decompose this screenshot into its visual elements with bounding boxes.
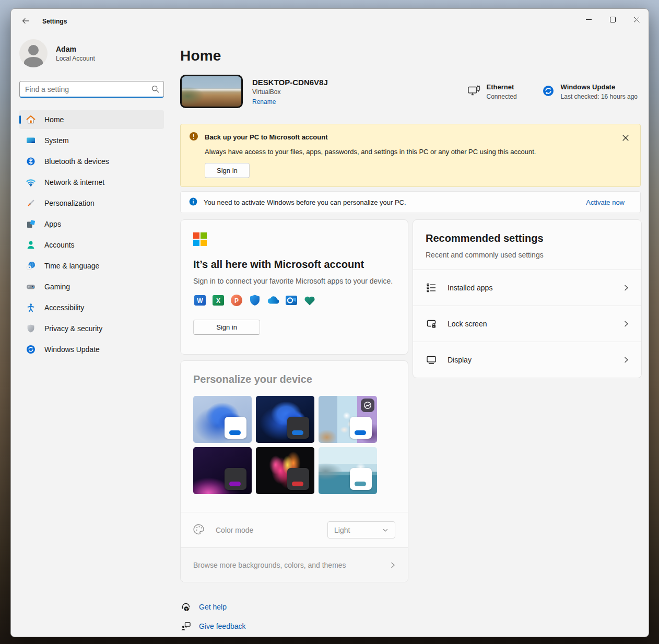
- sidebar: Adam Local Account Home: [11, 34, 180, 637]
- theme-tile-bloom-light[interactable]: [193, 396, 252, 443]
- personalization-icon: [26, 198, 36, 208]
- spotlight-camera-icon: [361, 399, 374, 412]
- windows-update-icon: [26, 344, 36, 355]
- device-name: DESKTOP-CDN6V8J: [252, 78, 328, 87]
- search-icon: [151, 85, 159, 95]
- display-row[interactable]: Display: [413, 342, 641, 378]
- recommended-title: Recommended settings: [426, 232, 629, 244]
- windows-update-subtitle: Last checked: 16 hours ago: [561, 93, 638, 100]
- theme-tile-purple-glow[interactable]: [193, 447, 252, 494]
- windows-update-status-icon: [541, 84, 556, 99]
- browse-themes-row[interactable]: Browse more backgrounds, colors, and the…: [181, 547, 408, 582]
- installed-apps-row[interactable]: Installed apps: [413, 270, 641, 306]
- give-feedback-label: Give feedback: [199, 622, 246, 630]
- personalize-card: Personalize your device: [180, 360, 408, 582]
- gaming-icon: [26, 282, 36, 292]
- device-model: VirtualBox: [252, 88, 328, 96]
- sidebar-item-label: Personalization: [44, 199, 95, 207]
- svg-text:P: P: [234, 297, 239, 305]
- svg-text:?: ?: [185, 607, 188, 612]
- sidebar-nav: Home System Bluetooth & devices: [19, 110, 164, 359]
- activation-message: You need to activate Windows before you …: [204, 198, 406, 206]
- back-button[interactable]: [17, 13, 34, 30]
- sidebar-item-label: Bluetooth & devices: [44, 157, 109, 166]
- word-icon: W: [193, 294, 207, 307]
- maximize-button[interactable]: [601, 9, 625, 30]
- titlebar: Settings: [11, 9, 649, 34]
- microsoft-logo: [193, 232, 395, 246]
- get-help-link[interactable]: ? Get help: [180, 601, 227, 613]
- avatar: [19, 39, 48, 67]
- get-help-label: Get help: [199, 603, 227, 611]
- theme-tile-bloom-dark[interactable]: [256, 396, 314, 443]
- sidebar-item-home[interactable]: Home: [19, 110, 164, 129]
- sidebar-item-time-language[interactable]: Time & language: [19, 256, 164, 275]
- sidebar-item-personalization[interactable]: Personalization: [19, 194, 164, 213]
- palette-icon: [193, 523, 205, 537]
- color-mode-row: Color mode Light: [181, 512, 408, 547]
- ms-card-title: It’s all here with Microsoft account: [193, 259, 395, 271]
- sidebar-item-accessibility[interactable]: Accessibility: [19, 298, 164, 317]
- theme-tiles: [193, 396, 395, 494]
- close-button[interactable]: [625, 9, 649, 30]
- svg-text:X: X: [216, 297, 220, 305]
- ms-sign-in-button[interactable]: Sign in: [193, 320, 260, 335]
- sidebar-item-label: Home: [44, 115, 64, 124]
- sidebar-item-accounts[interactable]: Accounts: [19, 236, 164, 254]
- backup-banner-description: Always have access to your files, apps, …: [205, 148, 632, 156]
- sidebar-item-network[interactable]: Network & internet: [19, 173, 164, 192]
- theme-tile-spotlight-collage[interactable]: [319, 396, 377, 443]
- ethernet-title: Ethernet: [487, 83, 517, 91]
- recommended-settings-card: Recommended settings Recent and commonly…: [413, 219, 642, 378]
- footer-links: ? Get help Give feedback: [180, 601, 641, 632]
- lock-screen-row[interactable]: Lock screen: [413, 306, 641, 342]
- sidebar-item-gaming[interactable]: Gaming: [19, 277, 164, 296]
- sidebar-item-label: Accounts: [44, 241, 75, 249]
- feedback-icon: [180, 620, 192, 632]
- ethernet-status[interactable]: Ethernet Connected: [467, 83, 517, 100]
- rename-link[interactable]: Rename: [252, 98, 276, 106]
- theme-tile-abstract-flower[interactable]: [256, 447, 314, 494]
- sidebar-item-label: Time & language: [44, 262, 99, 270]
- sidebar-item-label: Privacy & security: [44, 324, 102, 333]
- display-icon: [426, 354, 437, 366]
- give-feedback-link[interactable]: Give feedback: [180, 620, 246, 632]
- color-mode-value: Light: [334, 526, 350, 534]
- sidebar-item-privacy-security[interactable]: Privacy & security: [19, 319, 164, 338]
- sidebar-item-system[interactable]: System: [19, 131, 164, 150]
- chevron-right-icon: [622, 320, 630, 327]
- warning-icon: [189, 132, 198, 143]
- browse-themes-label: Browse more backgrounds, colors, and the…: [193, 561, 346, 569]
- chevron-right-icon: [389, 561, 396, 569]
- home-icon: [26, 114, 36, 125]
- minimize-button[interactable]: [576, 9, 601, 30]
- back-arrow-icon: [21, 17, 30, 27]
- installed-apps-label: Installed apps: [448, 284, 492, 292]
- activate-now-link[interactable]: Activate now: [586, 198, 625, 206]
- defender-icon: [248, 294, 262, 307]
- apps-icon: [26, 219, 36, 229]
- windows-update-status[interactable]: Windows Update Last checked: 16 hours ag…: [541, 83, 638, 100]
- sidebar-item-label: Gaming: [44, 283, 70, 291]
- sidebar-item-apps[interactable]: Apps: [19, 215, 164, 233]
- excel-icon: X: [211, 294, 225, 307]
- profile[interactable]: Adam Local Account: [19, 39, 180, 67]
- window-controls: [576, 9, 649, 34]
- info-icon: [189, 197, 197, 207]
- close-icon: [634, 17, 640, 22]
- search-input[interactable]: [19, 81, 164, 98]
- sidebar-item-windows-update[interactable]: Windows Update: [19, 340, 164, 359]
- windows-update-title: Windows Update: [561, 83, 638, 91]
- color-mode-dropdown[interactable]: Light: [327, 521, 395, 538]
- system-icon: [26, 135, 36, 146]
- theme-tile-lake-landscape[interactable]: [319, 447, 377, 494]
- onedrive-icon: [266, 294, 280, 307]
- sidebar-item-bluetooth[interactable]: Bluetooth & devices: [19, 152, 164, 171]
- device-wallpaper-thumbnail: [180, 75, 243, 108]
- backup-sign-in-button[interactable]: Sign in: [205, 163, 250, 178]
- outlook-icon: [285, 294, 298, 307]
- minimize-icon: [586, 17, 592, 22]
- banner-close-button[interactable]: [618, 131, 633, 145]
- recommended-subtitle: Recent and commonly used settings: [426, 251, 629, 259]
- accounts-icon: [26, 240, 36, 250]
